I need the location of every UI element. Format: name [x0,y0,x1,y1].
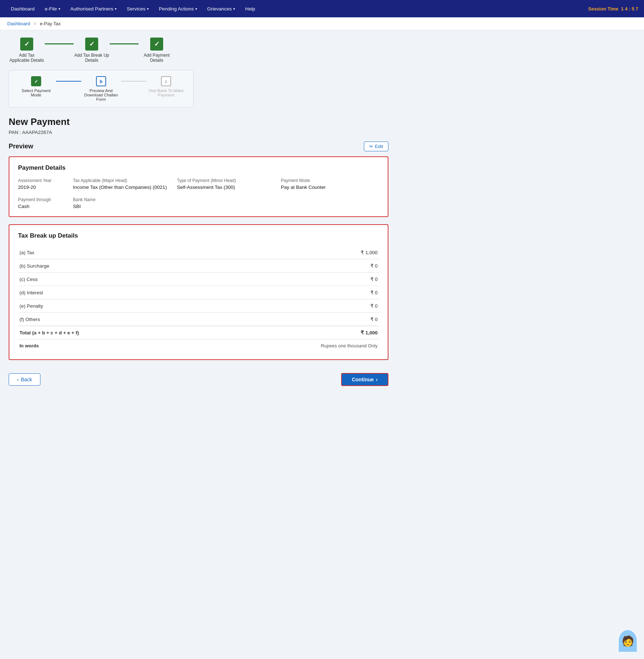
inner-step-2: b Preview And Download Challan Form [81,76,121,101]
nav-pending-actions-caret: ▾ [195,7,197,11]
total-row: Total (a + b + c + d + e + f) ₹ 1,000 [18,326,379,339]
preview-header: Preview ✏ Edit [9,142,388,151]
nav-grievances-label: Grievances [207,6,232,12]
inner-step-1: ✓ Select Payment Mode [16,76,56,97]
page-title: New Payment [9,116,388,127]
back-btn-label: Back [21,377,32,382]
inner-step-2-icon: b [96,76,106,86]
inner-step-3-label: Visit Bank To Make Payment [146,88,186,97]
nav-pending-actions-label: Pending Actions [159,6,194,12]
inner-step-line-1 [56,81,81,82]
outer-step-1-label: Add Tax Applicable Details [9,53,45,63]
pan-label: PAN [9,130,18,135]
session-label: Session Time [588,6,618,12]
nav-help[interactable]: Help [240,0,260,17]
nav-authorised-partners-caret: ▾ [115,7,117,11]
table-row: (e) Penalty ₹ 0 [18,299,379,313]
tax-breakup-title: Tax Break up Details [18,232,379,239]
nav-grievances[interactable]: Grievances ▾ [202,0,240,17]
field-type-of-payment: Type of Payment (Minor Head) Self-Assess… [177,178,275,190]
breadcrumb-sep: > [34,21,36,26]
table-row: (b) Surcharge ₹ 0 [18,259,379,273]
continue-icon: › [376,377,378,382]
bottom-actions: ‹ Back Continue › [9,367,388,397]
outer-step-2: ✓ Add Tax Break Up Details [74,38,110,63]
nav-efile-label: e-File [45,6,57,12]
inner-step-line-2 [121,81,146,82]
continue-button[interactable]: Continue › [341,373,388,386]
navbar: Dashboard e-File ▾ Authorised Partners ▾… [0,0,644,17]
outer-step-3-label: Add Payment Details [139,53,175,63]
back-button[interactable]: ‹ Back [9,373,40,386]
continue-btn-label: Continue [352,377,374,382]
payment-details-card: Payment Details Assessment Year 2019-20 … [9,156,388,217]
field-payment-mode: Payment Mode Pay at Bank Counter [281,178,379,190]
outer-stepper: ✓ Add Tax Applicable Details ✓ Add Tax B… [9,38,388,63]
outer-step-1: ✓ Add Tax Applicable Details [9,38,45,63]
nav-pending-actions[interactable]: Pending Actions ▾ [154,0,202,17]
edit-button[interactable]: ✏ Edit [364,142,388,151]
nav-dashboard-label: Dashboard [11,6,35,12]
pan-value: AAAPA2267A [22,130,52,135]
in-words-row: In words Rupees one thousand Only [18,339,379,352]
nav-help-label: Help [245,6,255,12]
breadcrumb-home[interactable]: Dashboard [7,21,30,26]
nav-efile[interactable]: e-File ▾ [40,0,65,17]
nav-grievances-caret: ▾ [233,7,235,11]
payment-details-title: Payment Details [18,164,379,172]
field-bank-name: Bank Name SBI [73,197,171,209]
nav-services-label: Services [127,6,145,12]
payment-details-grid: Assessment Year 2019-20 Tax Applicable (… [18,178,379,209]
table-row: (d) Interest ₹ 0 [18,286,379,299]
nav-services[interactable]: Services ▾ [122,0,154,17]
pan-info: PAN : AAAPA2267A [9,130,388,135]
nav-efile-caret: ▾ [58,7,60,11]
outer-step-3: ✓ Add Payment Details [139,38,175,63]
outer-step-line-2 [110,43,139,44]
outer-step-2-label: Add Tax Break Up Details [74,53,110,63]
nav-authorised-partners-label: Authorised Partners [70,6,113,12]
outer-step-line-1 [45,43,74,44]
breadcrumb: Dashboard > e-Pay Tax [0,17,644,30]
inner-step-1-label: Select Payment Mode [16,88,56,97]
outer-step-2-icon: ✓ [85,38,98,51]
table-row: (f) Others ₹ 0 [18,313,379,326]
session-time: Session Time 1 4 : 5 7 [588,6,638,12]
inner-step-2-label: Preview And Download Challan Form [81,88,121,101]
inner-step-3: c Visit Bank To Make Payment [146,76,186,97]
inner-step-1-icon: ✓ [31,76,41,86]
field-assessment-year: Assessment Year 2019-20 [18,178,67,190]
tax-table: (a) Tax ₹ 1,000 (b) Surcharge ₹ 0 (c) Ce… [18,246,379,352]
nav-services-caret: ▾ [147,7,149,11]
edit-pencil-icon: ✏ [369,144,373,149]
breadcrumb-current: e-Pay Tax [40,21,61,26]
outer-step-1-icon: ✓ [20,38,33,51]
inner-step-3-icon: c [161,76,171,86]
inner-stepper-box: ✓ Select Payment Mode b Preview And Down… [9,70,193,108]
back-icon: ‹ [17,377,19,382]
nav-dashboard[interactable]: Dashboard [6,0,40,17]
field-payment-through: Payment through Cash [18,197,67,209]
main-content: ✓ Add Tax Applicable Details ✓ Add Tax B… [0,30,397,404]
table-row: (a) Tax ₹ 1,000 [18,246,379,259]
table-row: (c) Cess ₹ 0 [18,273,379,286]
edit-btn-label: Edit [375,144,383,149]
nav-items: Dashboard e-File ▾ Authorised Partners ▾… [6,0,588,17]
inner-stepper: ✓ Select Payment Mode b Preview And Down… [16,76,186,101]
nav-authorised-partners[interactable]: Authorised Partners ▾ [65,0,122,17]
session-value: 1 4 : 5 7 [621,6,638,12]
preview-label: Preview [9,143,33,150]
tax-breakup-card: Tax Break up Details (a) Tax ₹ 1,000 (b)… [9,224,388,360]
outer-step-3-icon: ✓ [150,38,163,51]
field-tax-applicable: Tax Applicable (Major Head) Income Tax (… [73,178,171,190]
